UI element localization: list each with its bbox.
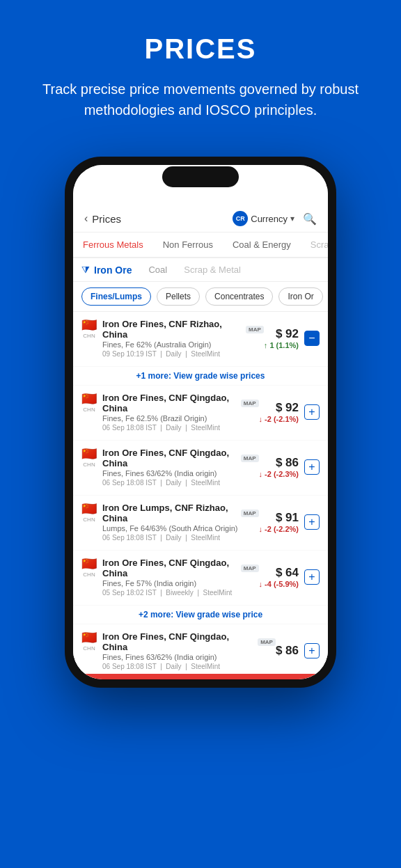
back-chevron-icon: ‹ <box>84 212 88 225</box>
tab-coal-energy[interactable]: Coal & Energy <box>223 232 301 257</box>
commodity-item: 🇨🇳 CHN Iron Ore Fines, CNF Rizhao, China… <box>73 312 328 366</box>
back-button[interactable]: ‹ Prices <box>84 212 121 225</box>
flag-col: 🇨🇳 CHN <box>81 448 97 468</box>
flag-china: 🇨🇳 <box>81 503 97 515</box>
commodity-name: Iron Ore Fines, CNF Qingdao, China MAP <box>102 393 259 413</box>
expand-button[interactable]: + <box>304 643 320 658</box>
expand-button[interactable]: + <box>304 514 320 530</box>
commodity-sub: Fines, Fe 62% (Australia Origin) <box>102 340 264 349</box>
commodity-price: $ 91 ↓ -2 (-2.2%) <box>259 511 299 533</box>
phone-screen: ‹ Prices CR Currency ▾ 🔍 <box>73 165 328 679</box>
commodity-list: 🇨🇳 CHN Iron Ore Fines, CNF Rizhao, China… <box>73 312 328 679</box>
commodity-price: $ 86 ↓ -2 (-2.3%) <box>259 456 299 478</box>
commodity-info: Iron Ore Fines, CNF Rizhao, China MAP Fi… <box>102 319 264 358</box>
main-tabs: Ferrous Metals Non Ferrous Coal & Energy… <box>73 232 328 258</box>
commodity-meta: 09 Sep 10:19 IST | Daily | SteelMint <box>102 350 264 358</box>
currency-label: Currency <box>251 214 288 224</box>
currency-selector[interactable]: CR Currency ▾ <box>233 211 294 226</box>
commodity-name: Iron Ore Fines, CNF Rizhao, China MAP <box>102 319 264 340</box>
filter-scrap[interactable]: Scrap & Metal <box>184 265 241 275</box>
price-value: $ 64 <box>259 566 299 580</box>
header-title: Prices <box>92 213 121 225</box>
filter-coal[interactable]: Coal <box>148 265 167 275</box>
commodity-price: $ 92 ↓ -2 (-2.1%) <box>259 401 299 423</box>
tag-badge: MAP <box>241 400 259 407</box>
commodity-item: 🇨🇳 CHN Iron Ore Fines, CNF Qingdao, Chin… <box>73 551 328 605</box>
collapse-button[interactable]: − <box>304 331 320 346</box>
commodity-meta: 06 Sep 18:08 IST | Daily | SteelMint <box>102 479 259 487</box>
hero-title: PRICES <box>22 33 379 65</box>
commodity-price: $ 86 <box>276 644 299 658</box>
commodity-meta: 06 Sep 18:08 IST | Daily | SteelMint <box>102 534 259 542</box>
filter-row: ⧩ Iron Ore Coal Scrap & Metal <box>73 258 328 282</box>
country-label: CHN <box>83 571 95 578</box>
country-label: CHN <box>83 461 95 468</box>
expand-button[interactable]: + <box>304 404 320 420</box>
country-label: CHN <box>83 407 95 413</box>
price-change: ↓ -2 (-2.3%) <box>259 470 299 478</box>
commodity-item: 🇨🇳 CHN Iron Ore Fines, CNF Qingdao, Chin… <box>73 624 328 679</box>
commodity-info: Iron Ore Fines, CNF Qingdao, China MAP F… <box>102 558 259 597</box>
commodity-price: $ 64 ↓ -4 (-5.9%) <box>259 566 299 588</box>
price-change: ↓ -4 (-5.9%) <box>259 580 299 588</box>
hero-section: PRICES Track precise price movements gov… <box>0 0 401 143</box>
search-icon[interactable]: 🔍 <box>303 212 317 226</box>
expand-button[interactable]: + <box>304 459 320 475</box>
tag-badge: MAP <box>258 638 276 646</box>
chevron-down-icon: ▾ <box>290 214 294 223</box>
filter-icon: ⧩ <box>81 264 90 276</box>
price-value: $ 91 <box>259 511 299 525</box>
commodity-item: 🇨🇳 CHN Iron Ore Fines, CNF Qingdao, Chin… <box>73 441 328 495</box>
country-label: CHN <box>83 333 95 339</box>
flag-china: 🇨🇳 <box>81 558 97 570</box>
sub-tab-iron-or[interactable]: Iron Or <box>278 287 322 306</box>
price-value: $ 86 <box>259 456 299 470</box>
price-value: $ 86 <box>276 644 299 658</box>
tag-badge: MAP <box>241 455 259 462</box>
commodity-price: $ 92 ↑ 1 (1.1%) <box>264 327 299 349</box>
commodity-sub: Fines, Fe 62.5% (Brazil Origin) <box>102 414 259 423</box>
price-change: ↑ 1 (1.1%) <box>264 341 299 349</box>
flag-col: 🇨🇳 CHN <box>81 558 97 578</box>
price-change: ↓ -2 (-2.2%) <box>259 525 299 533</box>
phone-frame: ‹ Prices CR Currency ▾ 🔍 <box>65 157 336 688</box>
commodity-name: Iron Ore Fines, CNF Qingdao, China MAP <box>102 558 259 578</box>
country-label: CHN <box>83 645 95 652</box>
more-link[interactable]: +1 more: View grade wise prices <box>73 367 328 385</box>
expand-button[interactable]: + <box>304 569 320 585</box>
commodity-info: Iron Ore Fines, CNF Qingdao, China MAP F… <box>102 448 259 487</box>
sub-tab-pellets[interactable]: Pellets <box>157 287 200 306</box>
price-value: $ 92 <box>264 327 299 341</box>
flag-china: 🇨🇳 <box>81 631 97 644</box>
commodity-name: Iron Ore Lumps, CNF Rizhao, China MAP <box>102 503 259 523</box>
screen-content: ‹ Prices CR Currency ▾ 🔍 <box>73 165 328 679</box>
commodity-sub: Fines, Fines 63/62% (India origin) <box>102 469 259 478</box>
app-header: ‹ Prices CR Currency ▾ 🔍 <box>73 205 328 232</box>
tag-badge: MAP <box>241 565 259 572</box>
commodity-name: Iron Ore Fines, CNF Qingdao, China MAP <box>102 448 259 468</box>
commodity-name: Iron Ore Fines, CNF Qingdao, China MAP <box>102 631 276 652</box>
filter-iron-ore[interactable]: Iron Ore <box>94 265 132 276</box>
sub-tab-fines-lumps[interactable]: Fines/Lumps <box>81 287 151 306</box>
phone-mockup: ‹ Prices CR Currency ▾ 🔍 <box>65 157 336 688</box>
tab-ferrous-metals[interactable]: Ferrous Metals <box>73 232 153 258</box>
flag-col: 🇨🇳 CHN <box>81 319 97 339</box>
sub-tabs: Fines/Lumps Pellets Concentrates Iron Or <box>73 282 328 312</box>
flag-china: 🇨🇳 <box>81 319 97 331</box>
flag-col: 🇨🇳 CHN <box>81 503 97 523</box>
commodity-info: Iron Ore Lumps, CNF Rizhao, China MAP Lu… <box>102 503 259 542</box>
commodity-info: Iron Ore Fines, CNF Qingdao, China MAP F… <box>102 393 259 432</box>
sub-tab-concentrates[interactable]: Concentrates <box>205 287 273 306</box>
commodity-meta: 06 Sep 18:08 IST | Daily | SteelMint <box>102 424 259 432</box>
more-link-2[interactable]: +2 more: View grade wise price <box>73 606 328 624</box>
tab-non-ferrous[interactable]: Non Ferrous <box>153 232 223 257</box>
tag-badge: MAP <box>246 326 264 333</box>
tag-badge: MAP <box>241 510 259 517</box>
flag-col: 🇨🇳 CHN <box>81 631 97 652</box>
tab-scrap[interactable]: Scrap Recy <box>301 232 328 257</box>
hero-subtitle: Track precise price movements governed b… <box>22 79 379 120</box>
bottom-bar <box>73 674 328 679</box>
commodity-item: 🇨🇳 CHN Iron Ore Lumps, CNF Rizhao, China… <box>73 496 328 550</box>
country-label: CHN <box>83 516 95 523</box>
phone-notch <box>162 166 239 187</box>
